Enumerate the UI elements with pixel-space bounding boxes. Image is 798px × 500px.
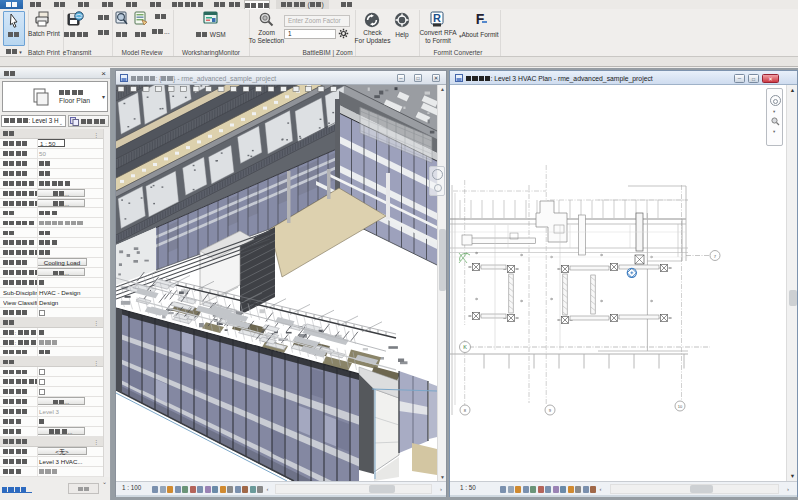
svg-text:10: 10	[678, 404, 683, 409]
svg-text:K: K	[463, 344, 467, 350]
svg-text:F: F	[476, 11, 485, 27]
svg-text:R: R	[433, 12, 441, 24]
